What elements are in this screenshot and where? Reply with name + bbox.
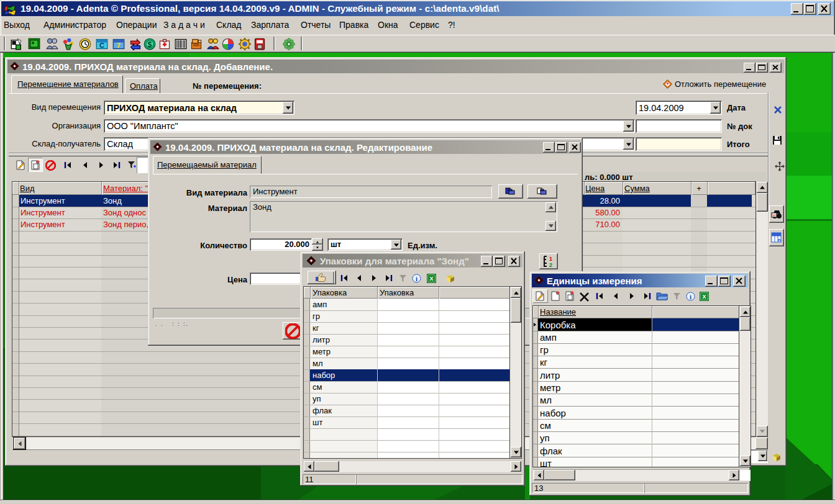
svg-text:7: 7 <box>117 42 121 49</box>
svg-text:C: C <box>99 42 104 49</box>
svg-text:1: 1 <box>549 256 552 262</box>
svg-text:2: 2 <box>549 262 552 268</box>
svg-text:$: $ <box>148 40 152 49</box>
svg-text:i: i <box>690 293 691 300</box>
svg-text:i: i <box>416 275 418 282</box>
svg-text:n: n <box>778 237 781 243</box>
svg-text:X: X <box>429 276 433 282</box>
svg-text:X: X <box>702 294 706 300</box>
svg-text:W: W <box>772 214 776 217</box>
